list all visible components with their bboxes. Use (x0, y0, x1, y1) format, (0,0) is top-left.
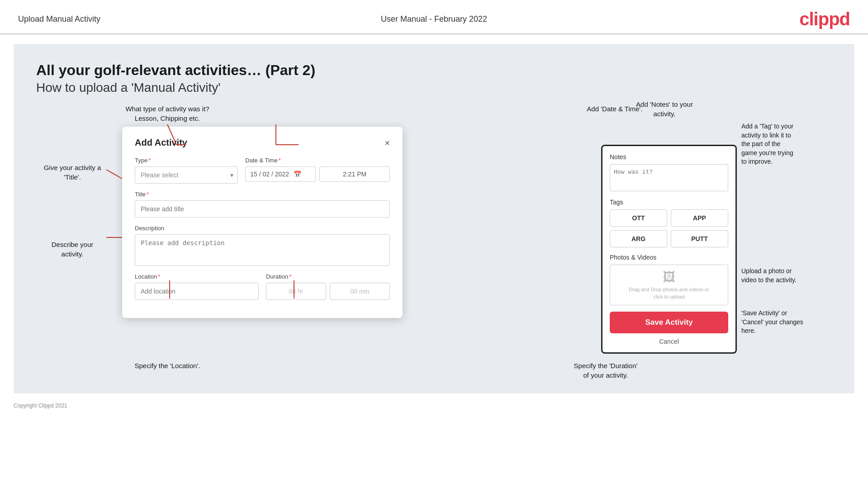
title-label: Title* (135, 191, 390, 198)
location-label: Location* (135, 273, 259, 280)
description-label: Description (135, 225, 390, 232)
tags-grid: OTT APP ARG PUTT (610, 209, 728, 247)
tag-putt[interactable]: PUTT (671, 230, 728, 247)
notes-section-label: Notes (610, 153, 728, 161)
photo-icon: 🖼 (663, 270, 675, 284)
annotation-duration: Specify the 'Duration' of your activity. (574, 362, 638, 379)
date-value: 15 / 02 / 2022 (250, 171, 289, 178)
add-activity-modal: Add Activity × Type* Pl (122, 127, 403, 318)
annotation-tag: Add a 'Tag' to your activity to link it … (741, 123, 793, 165)
copyright: Copyright Clippd 2021 (0, 398, 868, 413)
title-input[interactable] (135, 200, 390, 218)
cancel-link[interactable]: Cancel (610, 338, 728, 345)
time-input[interactable]: 2:21 PM (319, 166, 390, 182)
heading-bold: All your golf-relevant activities… (Part… (36, 62, 832, 79)
calendar-icon: 📅 (294, 171, 301, 178)
location-input[interactable] (135, 283, 259, 300)
annotation-save: 'Save Activity' or 'Cancel' your changes… (741, 309, 803, 334)
photos-section-label: Photos & Videos (610, 254, 728, 261)
type-select[interactable]: Please select (135, 166, 238, 184)
logo: clippd (799, 9, 850, 29)
tag-ott[interactable]: OTT (610, 209, 667, 227)
annotation-location: Specify the 'Location'. (135, 362, 200, 370)
duration-min-input[interactable]: 00 min (330, 283, 390, 300)
page-title: Upload Manual Activity (18, 14, 100, 24)
annotation-describe: Describe your activity. (52, 241, 94, 258)
description-input[interactable] (135, 234, 390, 266)
tag-app[interactable]: APP (671, 209, 728, 227)
notes-textarea[interactable] (610, 164, 728, 191)
document-title: User Manual - February 2022 (381, 14, 487, 24)
save-activity-button[interactable]: Save Activity (610, 312, 728, 333)
photo-upload-area[interactable]: 🖼 Drag and Drop photos and videos or cli… (610, 265, 728, 305)
date-input[interactable]: 15 / 02 / 2022 📅 (245, 166, 316, 182)
annotation-photo: Upload a photo or video to the activity. (741, 267, 797, 284)
tag-arg[interactable]: ARG (610, 230, 667, 247)
tags-section-label: Tags (610, 199, 728, 206)
photo-upload-text: Drag and Drop photos and videos or click… (629, 286, 709, 300)
duration-label: Duration* (266, 273, 390, 280)
type-label: Type* (135, 157, 238, 164)
heading-normal: How to upload a 'Manual Activity' (36, 81, 832, 95)
annotation-title: Give your activity a 'Title'. (44, 164, 101, 181)
annotation-activity-type: What type of activity was it? Lesson, Ch… (125, 105, 209, 122)
duration-hr-input[interactable]: 00 hr (266, 283, 326, 300)
modal-title: Add Activity (135, 137, 187, 148)
right-panel: Notes Tags OTT APP ARG PUTT (601, 145, 737, 354)
close-button[interactable]: × (384, 138, 390, 147)
datetime-label: Date & Time* (245, 157, 390, 164)
annotation-notes: Add 'Notes' to your activity. (636, 100, 693, 118)
